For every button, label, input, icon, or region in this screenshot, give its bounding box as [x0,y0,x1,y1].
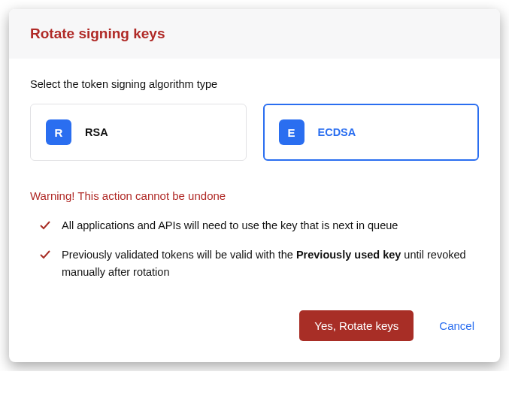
option-rsa-label: RSA [85,126,108,138]
warning-text-prefix: Previously validated tokens will be vali… [62,249,296,261]
modal-header: Rotate signing keys [9,9,500,59]
cancel-button[interactable]: Cancel [435,313,479,338]
option-rsa[interactable]: R RSA [30,104,247,161]
rotate-keys-modal: Rotate signing keys Select the token sig… [9,9,500,362]
algorithm-options: R RSA E ECDSA [30,104,479,161]
warning-text-bold: Previously used key [296,249,401,261]
option-ecdsa[interactable]: E ECDSA [263,104,480,161]
check-icon [39,249,51,265]
option-rsa-badge: R [46,119,71,145]
option-ecdsa-badge: E [279,119,304,145]
warning-item: All applications and APIs will need to u… [39,217,479,236]
warning-text: All applications and APIs will need to u… [62,217,398,234]
modal-footer: Yes, Rotate keys Cancel [9,294,500,362]
warning-title: Warning! This action cannot be undone [30,189,479,202]
confirm-rotate-button[interactable]: Yes, Rotate keys [299,310,414,341]
check-icon [39,219,51,236]
modal-body: Select the token signing algorithm type … [9,59,500,294]
option-ecdsa-label: ECDSA [318,126,356,138]
warning-item: Previously validated tokens will be vali… [39,246,479,280]
warning-list: All applications and APIs will need to u… [30,217,479,280]
warning-text: Previously validated tokens will be vali… [62,246,479,280]
modal-title: Rotate signing keys [30,26,479,42]
algorithm-prompt: Select the token signing algorithm type [30,78,479,90]
